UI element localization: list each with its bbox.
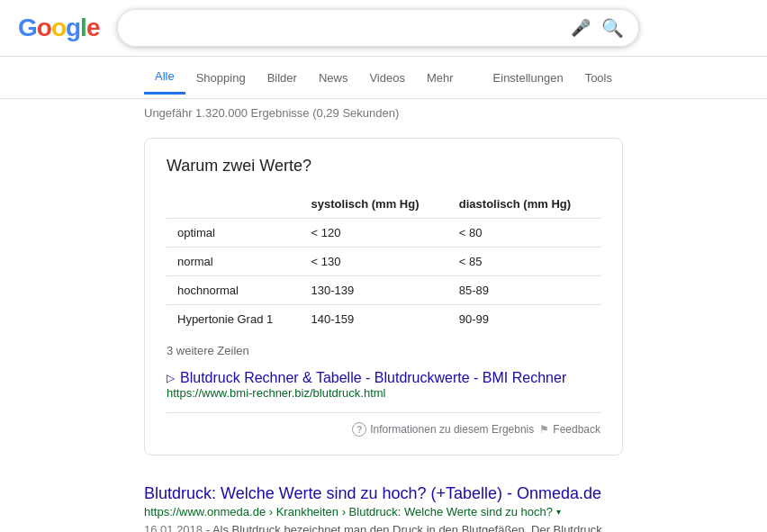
- cell-category-3: Hypertonie Grad 1: [167, 305, 301, 334]
- cell-systolic-0: < 120: [301, 219, 448, 248]
- search-button-icon[interactable]: 🔍: [601, 17, 624, 39]
- blood-pressure-table: systolisch (mm Hg) diastolisch (mm Hg) o…: [167, 190, 600, 333]
- cell-systolic-1: < 130: [301, 248, 448, 276]
- result-snippet-1: 16.01.2018 - Als Blutdruck bezeichnet ma…: [144, 521, 623, 532]
- tab-einstellungen[interactable]: Einstellungen: [483, 62, 574, 94]
- snippet-link-url: https://www.bmi-rechner.biz/blutdruck.ht…: [167, 386, 600, 400]
- feedback-label: Feedback: [553, 423, 600, 436]
- table-row: Hypertonie Grad 1 140-159 90-99: [167, 305, 600, 334]
- search-bar: blutdruck werte 🎤 🔍: [117, 9, 639, 47]
- table-row: hochnormal 130-139 85-89: [167, 276, 600, 305]
- tab-shopping[interactable]: Shopping: [185, 62, 257, 94]
- cell-diastolic-0: < 80: [448, 219, 600, 248]
- tab-tools[interactable]: Tools: [574, 62, 623, 94]
- header: Google blutdruck werte 🎤 🔍: [0, 0, 767, 57]
- snippet-link-title[interactable]: Blutdruck Rechner & Tabelle - Blutdruckw…: [180, 370, 566, 386]
- tab-videos[interactable]: Videos: [358, 62, 416, 94]
- flag-icon: ⚑: [539, 423, 549, 436]
- tab-mehr[interactable]: Mehr: [416, 62, 465, 94]
- results-info: Ungefähr 1.320.000 Ergebnisse (0,29 Seku…: [0, 99, 767, 127]
- col-header-systolic: systolisch (mm Hg): [301, 190, 448, 219]
- info-circle-icon: ?: [352, 422, 366, 437]
- cell-category-1: normal: [167, 248, 301, 276]
- snippet-result-link: ▷ Blutdruck Rechner & Tabelle - Blutdruc…: [167, 370, 600, 386]
- result-link-1[interactable]: Blutdruck: Welche Werte sind zu hoch? (+…: [144, 484, 601, 502]
- search-results: Blutdruck: Welche Werte sind zu hoch? (+…: [0, 466, 767, 532]
- tab-bilder[interactable]: Bilder: [257, 62, 308, 94]
- mic-icon[interactable]: 🎤: [571, 18, 591, 38]
- tab-alle[interactable]: Alle: [144, 60, 185, 95]
- search-bar-icons: 🎤 🔍: [571, 17, 624, 39]
- result-url-1: https://www.onmeda.de › Krankheiten › Bl…: [144, 505, 623, 518]
- result-date-1: 16.01.2018: [144, 523, 203, 532]
- cell-systolic-3: 140-159: [301, 305, 448, 334]
- cell-diastolic-3: 90-99: [448, 305, 600, 334]
- google-logo: Google: [18, 14, 99, 42]
- more-rows-label[interactable]: 3 weitere Zeilen: [167, 344, 600, 357]
- cell-category-0: optimal: [167, 219, 301, 248]
- triangle-icon: ▷: [167, 372, 175, 384]
- feedback-row: ? Informationen zu diesem Ergebnis ⚑ Fee…: [167, 412, 600, 437]
- tab-news[interactable]: News: [308, 62, 359, 94]
- table-header-row: systolisch (mm Hg) diastolisch (mm Hg): [167, 190, 600, 219]
- cell-diastolic-2: 85-89: [448, 276, 600, 305]
- nav-tabs: Alle Shopping Bilder News Videos Mehr Ei…: [0, 57, 767, 99]
- snippet-title: Warum zwei Werte?: [167, 157, 600, 176]
- result-text-1: Als Blutdruck bezeichnet man den Druck i…: [144, 523, 602, 532]
- cell-diastolic-1: < 85: [448, 248, 600, 276]
- result-title-1: Blutdruck: Welche Werte sind zu hoch? (+…: [144, 484, 623, 503]
- cell-category-2: hochnormal: [167, 276, 301, 305]
- result-item-1: Blutdruck: Welche Werte sind zu hoch? (+…: [144, 484, 623, 532]
- col-header-diastolic: diastolisch (mm Hg): [448, 190, 600, 219]
- table-row: optimal < 120 < 80: [167, 219, 600, 248]
- cell-systolic-2: 130-139: [301, 276, 448, 305]
- featured-snippet: Warum zwei Werte? systolisch (mm Hg) dia…: [144, 138, 623, 455]
- info-label: Informationen zu diesem Ergebnis: [370, 423, 534, 436]
- table-row: normal < 130 < 85: [167, 248, 600, 276]
- feedback-button[interactable]: ⚑ Feedback: [539, 423, 600, 436]
- info-button[interactable]: ? Informationen zu diesem Ergebnis: [352, 422, 534, 437]
- nav-settings: Einstellungen Tools: [483, 62, 623, 94]
- search-input[interactable]: blutdruck werte: [132, 20, 564, 36]
- col-header-category: [167, 190, 301, 219]
- chevron-down-icon: ▾: [556, 507, 561, 517]
